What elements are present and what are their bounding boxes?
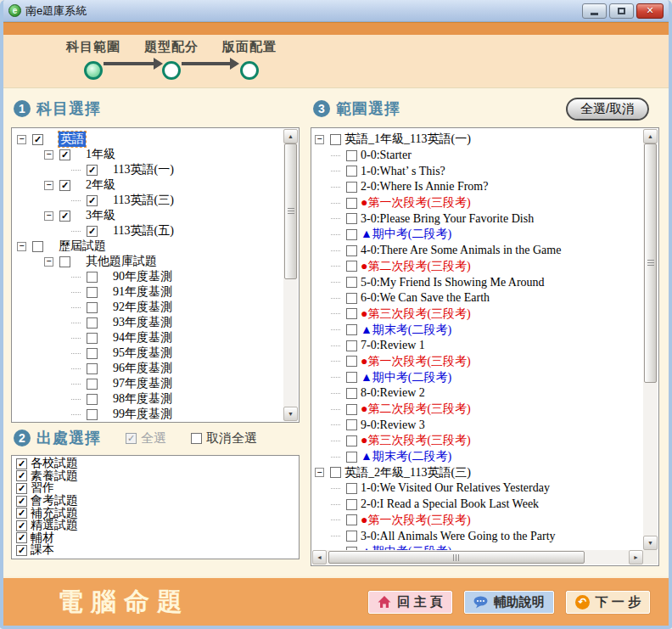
- checkbox[interactable]: [346, 213, 357, 224]
- checkbox[interactable]: [87, 317, 98, 329]
- checkbox[interactable]: [87, 363, 98, 374]
- minimize-button[interactable]: [582, 3, 607, 19]
- checkbox[interactable]: [346, 324, 357, 335]
- range-tree-row[interactable]: ●第一次段考(三段考): [312, 195, 644, 211]
- expander-minus-icon[interactable]: −: [315, 135, 324, 144]
- checkbox[interactable]: [346, 198, 357, 209]
- subject-tree-row[interactable]: −✓3年級: [13, 208, 284, 223]
- checkbox[interactable]: ✓: [32, 134, 43, 145]
- range-tree-row[interactable]: ●第一次段考(三段考): [312, 354, 644, 370]
- checkbox[interactable]: [87, 272, 98, 283]
- expander-minus-icon[interactable]: −: [17, 242, 26, 251]
- range-tree-row[interactable]: 2-0:I Read a Special Book Last Week: [312, 497, 644, 513]
- range-tree-row[interactable]: ●第一次段考(三段考): [312, 513, 644, 529]
- checkbox[interactable]: ✓: [87, 226, 98, 237]
- checkbox[interactable]: [87, 379, 98, 390]
- checkbox[interactable]: [346, 150, 357, 161]
- source-list-item[interactable]: ✓素養試題: [14, 470, 298, 483]
- expander-minus-icon[interactable]: −: [44, 181, 53, 190]
- range-tree-row[interactable]: 3-0:Please Bring Your Favorite Dish: [312, 211, 644, 227]
- checkbox[interactable]: [346, 182, 357, 193]
- range-tree-row[interactable]: ▲期中考(二段考): [312, 227, 644, 243]
- range-tree-row[interactable]: 5-0:My Friend Is Showing Me Around: [312, 274, 644, 290]
- subject-tree-row[interactable]: 95年度基測: [13, 345, 284, 361]
- subject-tree-row[interactable]: −✓2年級: [13, 177, 284, 193]
- subject-tree-row[interactable]: ✓113英語(一): [13, 162, 284, 177]
- checkbox[interactable]: [346, 452, 357, 463]
- help-button[interactable]: 輔助說明: [464, 591, 554, 614]
- checkbox[interactable]: [346, 419, 357, 430]
- range-tree-row[interactable]: 0-0:Starter: [312, 148, 644, 164]
- range-tree-row[interactable]: ●第二次段考(三段考): [312, 259, 644, 275]
- checkbox[interactable]: ✓: [16, 458, 27, 469]
- expander-minus-icon[interactable]: −: [44, 150, 53, 160]
- checkbox[interactable]: [330, 134, 341, 145]
- range-tree-row[interactable]: 3-0:All Animals Were Going to the Party: [312, 528, 644, 544]
- checkbox[interactable]: ✓: [16, 496, 27, 507]
- checkbox[interactable]: [346, 308, 357, 319]
- select-all-checkbox[interactable]: ✓: [126, 433, 137, 444]
- checkbox[interactable]: [346, 356, 357, 367]
- range-tree-row[interactable]: 6-0:We Can Save the Earth: [312, 290, 644, 306]
- deselect-all-checkbox-wrap[interactable]: 取消全選: [185, 430, 257, 446]
- checkbox[interactable]: [59, 256, 70, 267]
- range-tree-row[interactable]: ●第三次段考(三段考): [312, 433, 644, 449]
- deselect-all-checkbox[interactable]: [191, 433, 202, 444]
- checkbox[interactable]: ✓: [59, 180, 70, 191]
- checkbox[interactable]: [346, 499, 357, 510]
- expander-minus-icon[interactable]: −: [44, 211, 53, 221]
- checkbox[interactable]: [346, 277, 357, 288]
- checkbox[interactable]: [87, 333, 98, 344]
- range-tree-row[interactable]: ●第三次段考(三段考): [312, 306, 644, 323]
- range-tree-row[interactable]: ▲期末考(二段考): [312, 322, 644, 338]
- checkbox[interactable]: [330, 467, 341, 478]
- subject-tree-row[interactable]: ✓113英語(五): [13, 223, 284, 239]
- checkbox[interactable]: [346, 483, 357, 494]
- subject-tree-row[interactable]: 92年度基測: [13, 300, 284, 315]
- checkbox[interactable]: ✓: [59, 211, 70, 222]
- checkbox[interactable]: ✓: [87, 165, 98, 176]
- subject-tree-row[interactable]: 99年度基測: [13, 407, 284, 421]
- checkbox[interactable]: [346, 229, 357, 240]
- subject-tree-row[interactable]: −其他題庫試題: [13, 254, 284, 269]
- range-tree-row[interactable]: −英語_1年級_113英語(一): [312, 132, 644, 148]
- scroll-down-icon[interactable]: ▼: [283, 407, 298, 421]
- select-all-checkbox-wrap[interactable]: ✓ 全選: [120, 430, 166, 446]
- subject-tree-row[interactable]: 90年度基測: [13, 269, 284, 284]
- range-tree-row[interactable]: 1-0:What’ s This?: [312, 163, 644, 179]
- source-list-item[interactable]: ✓精選試題: [14, 519, 298, 532]
- checkbox[interactable]: [346, 531, 357, 542]
- subject-tree-row[interactable]: 94年度基測: [13, 330, 284, 345]
- subject-tree-vscrollbar[interactable]: ▲ ▼: [283, 129, 298, 421]
- checkbox[interactable]: ✓: [87, 195, 98, 206]
- scroll-down-icon[interactable]: ▼: [643, 536, 658, 550]
- select-all-toggle-button[interactable]: 全選/取消: [566, 98, 649, 121]
- subject-tree-row[interactable]: −✓英語: [13, 132, 284, 147]
- range-tree-row[interactable]: 7-0:Review 1: [312, 338, 644, 354]
- scrollbar-thumb[interactable]: [644, 143, 657, 383]
- range-tree-vscrollbar[interactable]: ▲ ▼: [643, 129, 658, 550]
- scroll-left-icon[interactable]: ◄: [312, 550, 327, 564]
- checkbox[interactable]: [87, 409, 98, 420]
- checkbox[interactable]: [87, 394, 98, 405]
- checkbox[interactable]: ✓: [59, 149, 70, 160]
- checkbox[interactable]: [346, 245, 357, 256]
- subject-tree-row[interactable]: 98年度基測: [13, 391, 284, 407]
- expander-minus-icon[interactable]: −: [17, 135, 26, 144]
- source-list-item[interactable]: ✓課本: [14, 544, 298, 557]
- range-tree-row[interactable]: 8-0:Review 2: [312, 385, 644, 402]
- checkbox[interactable]: [87, 302, 98, 313]
- subject-tree-row[interactable]: −歷屆試題: [13, 239, 284, 254]
- range-tree-row[interactable]: 1-0:We Visited Our Relatives Yesterday: [312, 480, 644, 497]
- checkbox[interactable]: [346, 435, 357, 446]
- checkbox[interactable]: [346, 293, 357, 304]
- subject-tree-row[interactable]: −✓1年級: [13, 147, 284, 162]
- range-tree-row[interactable]: 4-0:There Are Some Animals in the Game: [312, 243, 644, 259]
- subject-tree-row[interactable]: 97年度基測: [13, 376, 284, 391]
- range-tree-row[interactable]: 2-0:Where Is Annie From?: [312, 179, 644, 195]
- maximize-button[interactable]: [609, 3, 634, 19]
- range-tree-row[interactable]: 9-0:Review 3: [312, 417, 644, 433]
- range-tree-row[interactable]: ●第二次段考(三段考): [312, 402, 644, 418]
- checkbox[interactable]: [87, 287, 98, 298]
- checkbox[interactable]: ✓: [16, 470, 27, 481]
